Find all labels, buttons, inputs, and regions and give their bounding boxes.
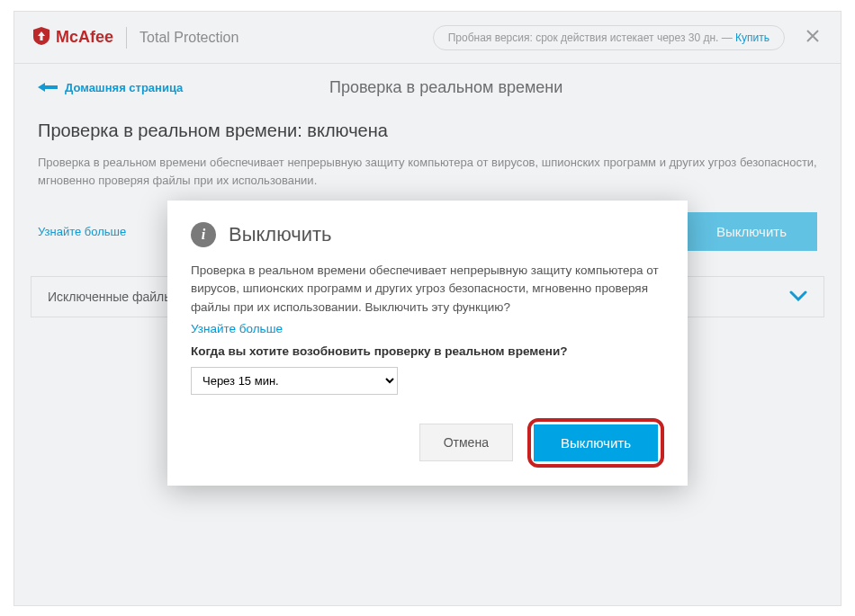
disable-modal: i Выключить Проверка в реальном времени … [167, 201, 688, 486]
modal-learn-more-link[interactable]: Узнайте больше [191, 322, 283, 335]
confirm-disable-button[interactable]: Выключить [534, 424, 658, 461]
cancel-button[interactable]: Отмена [419, 424, 513, 461]
modal-question: Когда вы хотите возобновить проверку в р… [191, 344, 664, 358]
modal-body-text: Проверка в реальном времени обеспечивает… [191, 262, 664, 317]
modal-overlay: i Выключить Проверка в реальном времени … [14, 12, 841, 605]
app-window: McAfee Total Protection Пробная версия: … [14, 11, 842, 606]
info-icon: i [191, 222, 216, 247]
modal-actions: Отмена Выключить [191, 418, 664, 468]
modal-header: i Выключить [191, 222, 664, 247]
modal-title: Выключить [229, 223, 332, 246]
confirm-highlight: Выключить [527, 418, 664, 468]
resume-time-select[interactable]: Через 15 мин. [191, 367, 398, 395]
